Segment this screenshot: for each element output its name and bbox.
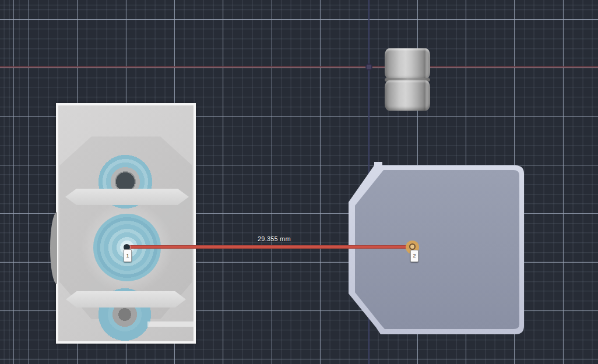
cylinder-lower-half [385,80,430,111]
lower-rail [66,291,186,308]
measurement-line [129,245,413,249]
x-axis-line [0,66,598,68]
measurement-value-label: 29.355 mm [258,235,291,242]
bottom-step-edge [147,321,196,327]
cylinder-upper-half [385,48,430,79]
measure-point-2-tag: 2 [410,250,418,262]
measure-point-1-tag: 1 [124,249,132,262]
upper-rail [65,189,189,205]
measure-point-2-marker[interactable] [409,243,416,250]
cad-viewport-canvas[interactable]: 29.355 mm 1 2 [0,0,598,364]
left-boss [50,212,57,284]
plate-face [355,170,519,329]
machined-block-part[interactable] [51,103,197,345]
cylinder-part[interactable] [383,48,432,111]
origin-point-icon[interactable] [365,63,372,70]
